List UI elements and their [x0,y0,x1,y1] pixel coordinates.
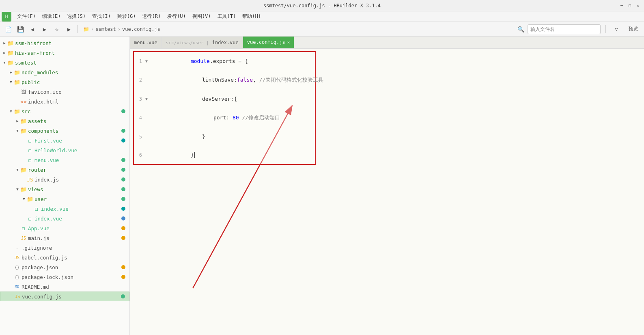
tab-path: src/views/user | [166,40,209,45]
menu-find[interactable]: 查找(I) [89,12,114,21]
menu-file[interactable]: 文件(F) [14,12,39,21]
sidebar-item-vue-config-js[interactable]: ▶ JS vue.config.js [0,292,129,301]
sidebar-item-public[interactable]: ▼ 📁 public [0,77,129,87]
breadcrumb-file[interactable]: vue.config.js [122,26,160,32]
sidebar-item-main-js[interactable]: ▶ JS main.js [0,233,129,243]
search-input[interactable] [528,24,601,34]
tree-label: public [22,79,128,85]
tab-menu-vue[interactable]: menu.vue [130,37,162,48]
folder-icon: 📁 [7,50,14,56]
sidebar-item-package-lock-json[interactable]: ▶ {} package-lock.json [0,272,129,282]
main-area: ▶ 📁 ssm-hisfront ▶ 📁 his-ssm-front ▼ 📁 s… [0,37,644,335]
sidebar-item-readme[interactable]: ▶ MD README.md [0,282,129,292]
sidebar: ▶ 📁 ssm-hisfront ▶ 📁 his-ssm-front ▼ 📁 s… [0,37,130,335]
tree-label: package.json [22,264,121,270]
folder-icon: 📁 [14,108,20,115]
bookmark-button[interactable]: ☆ [51,24,62,35]
line-number: 3 [134,96,145,102]
sidebar-item-gitignore[interactable]: ▶ · .gitignore [0,243,129,253]
html-icon: <> [20,98,27,105]
sidebar-item-favicon[interactable]: ▶ 🖼 favicon.ico [0,87,129,97]
breadcrumb: 📁 › ssmtest › vue.config.js [83,26,517,32]
tab-bar: menu.vue src/views/user | index.vue vue.… [130,37,644,49]
sidebar-item-ssm-hisfront[interactable]: ▶ 📁 ssm-hisfront [0,38,129,48]
status-badge [121,226,125,230]
menu-tools[interactable]: 工具(T) [214,12,239,21]
menu-view[interactable]: 视图(V) [189,12,214,21]
tree-label: assets [28,118,128,124]
status-badge [121,265,125,269]
code-line-2: 2 lintOnSave:false, //关闭代码格式化校验工具 [134,70,315,90]
run-button[interactable]: ▶ [63,24,75,35]
svg-line-1 [193,106,292,288]
save-button[interactable]: 💾 [15,24,26,35]
sidebar-item-helloworld-vue[interactable]: ▶ ◻ HelloWorld.vue [0,145,129,155]
arrow-icon: ▼ [15,186,20,192]
menu-edit[interactable]: 编辑(E) [39,12,64,21]
sidebar-item-menu-vue[interactable]: ▶ ◻ menu.vue [0,155,129,165]
arrow-icon: ▶ [15,118,20,124]
menu-select[interactable]: 选择(S) [64,12,89,21]
code-line-4: 4 port: 80 //修改启动端口 [134,108,315,128]
tree-label: menu.vue [34,157,121,163]
sidebar-item-package-json[interactable]: ▶ {} package.json [0,262,129,272]
code-line-5: 5 } [134,128,315,146]
fold-button[interactable]: ▼ [145,97,151,101]
sidebar-item-user[interactable]: ▼ 📁 user [0,194,129,204]
code-content: port: 80 //修改启动端口 [151,108,315,128]
sidebar-item-ssmtest[interactable]: ▼ 📁 ssmtest [0,58,129,67]
sidebar-item-views[interactable]: ▼ 📁 views [0,184,129,194]
tab-index-vue[interactable]: src/views/user | index.vue [162,37,243,48]
sidebar-item-router-index-js[interactable]: ▶ JS index.js [0,175,129,184]
tree-label: First.vue [34,138,121,144]
breadcrumb-project[interactable]: ssmtest [95,26,116,32]
folder-icon: 📁 [7,59,14,66]
breadcrumb-folder-icon: 📁 [83,26,89,32]
forward-button[interactable]: ▶ [39,24,50,35]
menu-publish[interactable]: 发行(U) [164,12,189,21]
vue-icon: ◻ [27,215,33,222]
sidebar-item-router[interactable]: ▼ 📁 router [0,165,129,175]
tree-label: index.vue [34,216,121,222]
maximize-button[interactable]: □ [627,3,633,9]
tab-vue-config-js[interactable]: vue.config.js ✕ [243,37,295,48]
menu-bar: H 文件(F) 编辑(E) 选择(S) 查找(I) 跳转(G) 运行(R) 发行… [0,11,644,22]
menu-help[interactable]: 帮助(H) [239,12,264,21]
close-button[interactable]: ✕ [635,3,641,9]
sidebar-item-views-index-vue[interactable]: ▶ ◻ index.vue [0,214,129,223]
tree-label: .gitignore [22,245,128,251]
new-file-button[interactable]: 📄 [2,24,14,35]
code-editor[interactable]: 1 ▼ module.exports = { 2 lintOnSave:fals… [130,49,644,335]
toolbar-separator [77,25,78,33]
sidebar-item-node-modules[interactable]: ▶ 📁 node_modules [0,67,129,77]
title-bar: ssmtest/vue.config.js - HBuilder X 3.1.4… [0,0,644,11]
sidebar-item-his-ssm-front[interactable]: ▶ 📁 his-ssm-front [0,48,129,58]
preview-button[interactable]: 预览 [625,25,642,33]
toolbar: 📄 💾 ◀ ▶ ☆ ▶ 📁 › ssmtest › vue.config.js … [0,22,644,37]
folder-icon: 📁 [20,128,27,134]
sidebar-item-user-index-vue[interactable]: ▶ ◻ index.vue [0,204,129,214]
tree-label: App.vue [28,225,121,231]
code-content: } [151,146,315,164]
sidebar-item-babel-config[interactable]: ▶ JS babel.config.js [0,253,129,262]
tab-close-button[interactable]: ✕ [287,40,290,45]
js-icon: JS [20,235,27,241]
status-badge [121,216,125,220]
sidebar-item-app-vue[interactable]: ▶ ◻ App.vue [0,223,129,233]
sidebar-item-src[interactable]: ▼ 📁 src [0,106,129,116]
tab-label: index.vue [212,40,239,45]
sidebar-item-index-html[interactable]: ▶ <> index.html [0,97,129,106]
js-icon: JS [27,176,33,183]
menu-goto[interactable]: 跳转(G) [114,12,139,21]
sidebar-item-first-vue[interactable]: ▶ ◻ First.vue [0,136,129,145]
filter-button[interactable]: ▽ [611,24,622,35]
status-badge [121,168,125,172]
tab-label: menu.vue [134,40,157,45]
fold-button[interactable]: ▼ [145,59,151,63]
minimize-button[interactable]: ─ [619,3,625,9]
sidebar-item-assets[interactable]: ▶ 📁 assets [0,116,129,126]
back-button[interactable]: ◀ [27,24,38,35]
sidebar-item-components[interactable]: ▼ 📁 components [0,126,129,136]
menu-run[interactable]: 运行(R) [139,12,164,21]
tree-label: package-lock.json [22,274,121,280]
